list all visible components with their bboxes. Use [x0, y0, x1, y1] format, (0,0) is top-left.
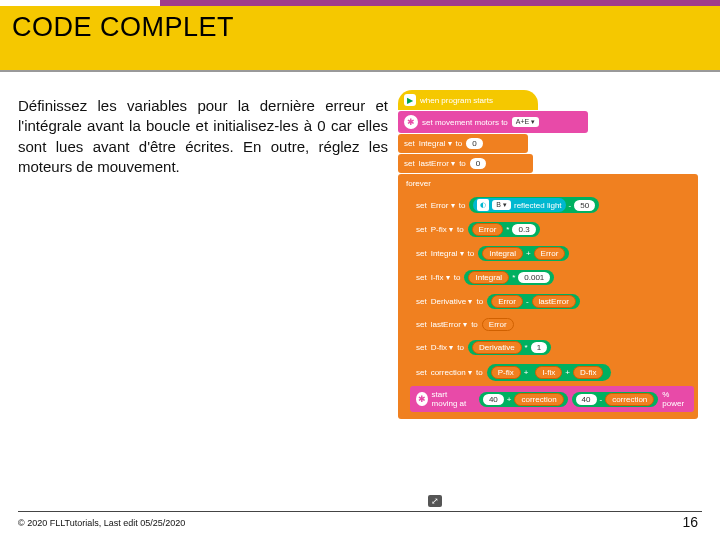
- value-pill: 0: [470, 158, 486, 169]
- move-label: start moving at: [432, 390, 475, 408]
- set-integral-block: set Integral ▾ to Integral + Error: [410, 242, 694, 265]
- hat-label: when program starts: [420, 96, 493, 105]
- var-ref: correction: [514, 393, 563, 406]
- var-dropdown: Error ▾: [431, 201, 455, 210]
- value-pill: 40: [576, 394, 597, 405]
- var-ref: P-fix: [491, 366, 521, 379]
- sensor-port: B ▾: [492, 200, 511, 210]
- forever-block: forever set Error ▾ to ◐ B ▾ reflected l…: [398, 174, 698, 419]
- set-label: set: [416, 201, 427, 210]
- set-error-block: set Error ▾ to ◐ B ▾ reflected light - 5…: [410, 193, 694, 217]
- to-label: to: [476, 368, 483, 377]
- var-dropdown: Integral ▾: [431, 249, 464, 258]
- plus-op: Integral + Error: [478, 246, 569, 261]
- to-label: to: [457, 225, 464, 234]
- plus-sign: +: [565, 368, 570, 377]
- var-dropdown: lastError ▾: [431, 320, 467, 329]
- plus-op: P-fix + I-fix + D-fix: [487, 364, 612, 381]
- times-op: Error * 0.3: [468, 222, 540, 237]
- to-label: to: [459, 159, 466, 168]
- set-label: set: [416, 249, 427, 258]
- start-moving-block: ✱ start moving at 40 + correction 40 - c…: [410, 386, 694, 412]
- set-label: set: [416, 320, 427, 329]
- var-ref: D-fix: [573, 366, 603, 379]
- set-dfix-block: set D-fix ▾ to Derivative * 1: [410, 336, 694, 359]
- plus-op: 40 + correction: [479, 392, 568, 407]
- value-pill: 0.3: [512, 224, 535, 235]
- hat-block: ▶ when program starts: [398, 90, 538, 110]
- var-dropdown: Derivative ▾: [431, 297, 473, 306]
- var-dropdown: P-fix ▾: [431, 225, 453, 234]
- minus-sign: -: [526, 297, 529, 306]
- motor-icon: ✱: [404, 115, 418, 129]
- power-suffix: % power: [662, 390, 688, 408]
- value-pill: 0.001: [518, 272, 550, 283]
- forever-body: set Error ▾ to ◐ B ▾ reflected light - 5…: [410, 190, 694, 412]
- var-dropdown: I-fix ▾: [431, 273, 450, 282]
- to-label: to: [456, 139, 463, 148]
- set-lasterror-block: set lastError ▾ to Error: [410, 314, 694, 335]
- set-motors-block: ✱ set movement motors to A+E ▾: [398, 111, 588, 133]
- minus-op: Error - lastError: [487, 294, 580, 309]
- plus-sign: +: [507, 395, 512, 404]
- var-ref: Integral: [482, 247, 523, 260]
- var-ref: Error: [491, 295, 523, 308]
- description-text: Définissez les variables pour la dernièr…: [18, 96, 388, 177]
- set-label: set: [416, 368, 427, 377]
- value-pill: 1: [531, 342, 547, 353]
- var-ref: Error: [472, 223, 504, 236]
- times-op: Integral * 0.001: [464, 270, 554, 285]
- set-ifix-block: set I-fix ▾ to Integral * 0.001: [410, 266, 694, 289]
- set-label: set: [404, 159, 415, 168]
- var-dropdown: D-fix ▾: [431, 343, 454, 352]
- to-label: to: [454, 273, 461, 282]
- ports-pill: A+E ▾: [512, 117, 539, 127]
- var-dropdown: lastError ▾: [419, 159, 455, 168]
- code-screenshot: ▶ when program starts ✱ set movement mot…: [398, 90, 698, 420]
- sensor-attr: reflected light: [514, 201, 562, 210]
- to-label: to: [471, 320, 478, 329]
- expand-icon: ⤢: [428, 495, 442, 507]
- set-label: set: [416, 343, 427, 352]
- init-lasterror-block: set lastError ▾ to 0: [398, 154, 533, 173]
- set-label: set: [416, 297, 427, 306]
- init-integral-block: set Integral ▾ to 0: [398, 134, 528, 153]
- forever-label: forever: [402, 177, 694, 190]
- plus-sign: +: [524, 368, 529, 377]
- var-ref: I-fix: [535, 366, 562, 379]
- set-derivative-block: set Derivative ▾ to Error - lastError: [410, 290, 694, 313]
- set-label: set: [416, 225, 427, 234]
- to-label: to: [457, 343, 464, 352]
- var-dropdown: correction ▾: [431, 368, 472, 377]
- play-icon: ▶: [404, 94, 416, 106]
- footer-copyright: © 2020 FLLTutorials, Last edit 05/25/202…: [18, 518, 185, 528]
- var-dropdown: Integral ▾: [419, 139, 452, 148]
- set-correction-block: set correction ▾ to P-fix + I-fix + D-fi…: [410, 360, 694, 385]
- set-motors-label: set movement motors to: [422, 118, 508, 127]
- var-ref: Derivative: [472, 341, 522, 354]
- to-label: to: [476, 297, 483, 306]
- value-pill: 0: [466, 138, 482, 149]
- var-ref: correction: [605, 393, 654, 406]
- times-op: Derivative * 1: [468, 340, 551, 355]
- times-sign: *: [512, 273, 515, 282]
- var-ref: Error: [534, 247, 566, 260]
- plus-sign: +: [526, 249, 531, 258]
- var-ref: Error: [482, 318, 514, 331]
- minus-op: ◐ B ▾ reflected light - 50: [469, 197, 599, 213]
- to-label: to: [459, 201, 466, 210]
- var-ref: Integral: [468, 271, 509, 284]
- times-sign: *: [525, 343, 528, 352]
- set-label: set: [416, 273, 427, 282]
- to-label: to: [468, 249, 475, 258]
- set-pfix-block: set P-fix ▾ to Error * 0.3: [410, 218, 694, 241]
- sensor-pill: ◐ B ▾ reflected light: [473, 198, 565, 212]
- minus-sign: -: [600, 395, 603, 404]
- var-ref: lastError: [532, 295, 576, 308]
- page-number: 16: [682, 514, 698, 530]
- value-pill: 40: [483, 394, 504, 405]
- times-sign: *: [506, 225, 509, 234]
- minus-op: 40 - correction: [572, 392, 659, 407]
- plus-op: I-fix + D-fix: [531, 365, 607, 380]
- page-title: CODE COMPLET: [12, 12, 234, 43]
